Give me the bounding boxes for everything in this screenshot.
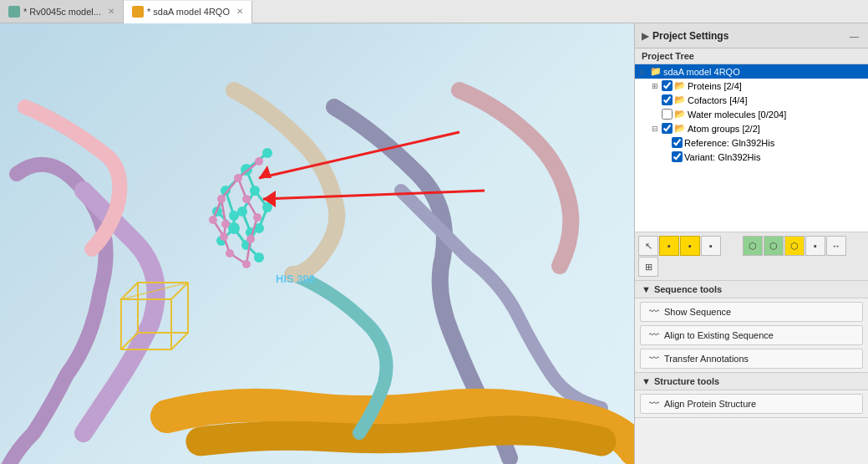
tab-close-2[interactable]: ✕ <box>236 7 243 16</box>
align-protein-button[interactable]: 〰 Align Protein Structure <box>640 394 863 414</box>
tree-label-root: sdaA model 4RQO <box>663 67 740 77</box>
tree-checkbox-cofactors[interactable] <box>662 94 673 105</box>
green2-button[interactable]: ⬡ <box>764 236 784 256</box>
svg-point-21 <box>237 207 247 217</box>
tree-item-atomgroups[interactable]: ⊟ 📂 Atom groups [2/2] <box>635 121 868 135</box>
sequence-tools-section: ▼ Sequence tools 〰 Show Sequence 〰 Align… <box>635 281 868 373</box>
structure-tools-content: 〰 Align Protein Structure <box>635 390 868 417</box>
show-sequence-label: Show Sequence <box>664 307 731 317</box>
protein-structure-svg: HIS 392 <box>0 23 634 464</box>
tab-rv0045c[interactable]: * Rv0045c model... ✕ <box>0 0 124 23</box>
select-rect2-button[interactable]: ▪ <box>680 236 700 256</box>
tab-icon-1 <box>8 6 20 18</box>
svg-line-62 <box>263 191 485 199</box>
tree-folder-water: 📂 <box>674 109 686 120</box>
tree-folder-root: 📁 <box>650 66 662 77</box>
panel-collapse-icon[interactable]: ▶ <box>642 30 649 42</box>
tree-folder-cofactors: 📂 <box>674 94 686 105</box>
tree-folder-atomgroups: 📂 <box>674 123 686 134</box>
sequence-tools-header[interactable]: ▼ Sequence tools <box>635 281 868 298</box>
svg-point-47 <box>220 232 228 241</box>
svg-point-44 <box>209 216 217 224</box>
tab-label-2: * sdaA model 4RQO <box>147 7 230 17</box>
panel-header: ▶ Project Settings — <box>635 23 868 48</box>
panel-minimize-button[interactable]: — <box>847 30 861 42</box>
panel-title: Project Settings <box>652 30 728 42</box>
svg-point-49 <box>242 260 251 268</box>
tab-bar: * Rv0045c model... ✕ * sdaA model 4RQO ✕ <box>0 0 868 23</box>
structure-tools-section: ▼ Structure tools 〰 Align Protein Struct… <box>635 373 868 418</box>
tree-checkbox-proteins[interactable] <box>662 80 673 91</box>
tab-sdaa[interactable]: * sdaA model 4RQO ✕ <box>124 1 252 23</box>
svg-point-42 <box>242 195 251 203</box>
structure-tools-collapse-icon: ▼ <box>642 376 651 386</box>
tab-icon-2 <box>132 6 144 18</box>
select-rect-button[interactable]: ▪ <box>659 236 679 256</box>
transfer-annotations-icon: 〰 <box>649 353 659 365</box>
tree-item-water[interactable]: ⊞ 📂 Water molecules [0/204] <box>635 107 868 121</box>
right-panel: ▶ Project Settings — Project Tree ▷ 📁 sd… <box>634 23 868 464</box>
tab-close-1[interactable]: ✕ <box>108 7 114 16</box>
tree-expand-proteins[interactable]: ⊞ <box>650 81 660 91</box>
select3-button[interactable]: ▪ <box>701 236 721 256</box>
tree-checkbox-ref[interactable] <box>672 137 683 148</box>
transfer-annotations-button[interactable]: 〰 Transfer Annotations <box>640 349 863 369</box>
svg-point-27 <box>254 252 264 263</box>
svg-point-43 <box>255 157 263 166</box>
tree-item-reference[interactable]: ⊞ Reference: Gln392His <box>635 135 868 150</box>
tree-item-root[interactable]: ▷ 📁 sdaA model 4RQO <box>635 64 868 79</box>
align-sequence-icon: 〰 <box>649 329 659 341</box>
tree-label-water: Water molecules [0/204] <box>688 110 786 120</box>
tree-expand-root[interactable]: ▷ <box>638 67 648 77</box>
tree-label-ref: Reference: Gln392His <box>684 138 774 148</box>
tree-label-proteins: Proteins [2/4] <box>688 81 742 91</box>
main-area: HIS 392 ▶ Project Settings — Project Tre… <box>0 23 868 464</box>
svg-marker-61 <box>259 166 272 178</box>
viewport[interactable]: HIS 392 <box>0 23 634 464</box>
project-tree-label: Project Tree <box>642 51 694 61</box>
tree-item-variant[interactable]: ⊞ Variant: Gln392His <box>635 150 868 164</box>
svg-text:HIS 392: HIS 392 <box>276 273 315 285</box>
structure-tools-label: Structure tools <box>654 376 719 386</box>
svg-point-17 <box>262 148 272 158</box>
svg-point-48 <box>226 249 234 257</box>
cursor-tool-button[interactable]: ↖ <box>638 236 658 256</box>
tree-expand-atomgroups[interactable]: ⊟ <box>650 124 660 134</box>
tree-checkbox-water[interactable] <box>662 109 673 120</box>
tree-label-cofactors: Cofactors [4/4] <box>688 95 748 105</box>
svg-line-55 <box>171 333 188 349</box>
structure-tools-header[interactable]: ▼ Structure tools <box>635 373 868 390</box>
tree-folder-proteins: 📂 <box>674 80 686 91</box>
tab-label-1: * Rv0045c model... <box>23 7 101 17</box>
tree-checkbox-atomgroups[interactable] <box>662 123 673 134</box>
sequence-tools-label: Sequence tools <box>654 284 722 294</box>
arrows-button[interactable]: ↔ <box>826 236 846 256</box>
tree-item-cofactors[interactable]: ⊞ 📂 Cofactors [4/4] <box>635 93 868 107</box>
svg-point-50 <box>246 235 255 243</box>
panel-controls: — <box>847 30 861 42</box>
svg-point-41 <box>217 195 226 203</box>
project-tree[interactable]: ▷ 📁 sdaA model 4RQO ⊞ 📂 Proteins [2/4] ⊞… <box>635 64 868 232</box>
svg-point-40 <box>234 174 242 182</box>
app-container: * Rv0045c model... ✕ * sdaA model 4RQO ✕ <box>0 0 868 464</box>
svg-point-46 <box>253 213 261 222</box>
svg-point-22 <box>228 222 240 234</box>
sequence-tools-collapse-icon: ▼ <box>642 284 651 294</box>
sequence-tools-content: 〰 Show Sequence 〰 Align to Existing Sequ… <box>635 298 868 372</box>
svg-point-16 <box>250 186 260 196</box>
align-sequence-button[interactable]: 〰 Align to Existing Sequence <box>640 325 863 345</box>
transfer-annotations-label: Transfer Annotations <box>664 354 749 364</box>
green1-button[interactable]: ⬡ <box>743 236 763 256</box>
show-sequence-button[interactable]: 〰 Show Sequence <box>640 302 863 322</box>
tree-checkbox-variant[interactable] <box>672 151 683 162</box>
icon-toolbar: ↖ ▪ ▪ ▪ ⬡ ⬡ ⬡ ▪ ↔ ⊞ <box>635 232 868 281</box>
show-sequence-icon: 〰 <box>649 306 659 318</box>
svg-point-45 <box>221 220 230 228</box>
select4-button[interactable]: ▪ <box>805 236 825 256</box>
align-sequence-label: Align to Existing Sequence <box>664 330 774 340</box>
tree-item-proteins[interactable]: ⊞ 📂 Proteins [2/4] <box>635 79 868 93</box>
yellow1-button[interactable]: ⬡ <box>784 236 805 256</box>
align-protein-icon: 〰 <box>649 398 659 410</box>
grid-button[interactable]: ⊞ <box>638 257 658 277</box>
tree-label-variant: Variant: Gln392His <box>684 152 761 162</box>
